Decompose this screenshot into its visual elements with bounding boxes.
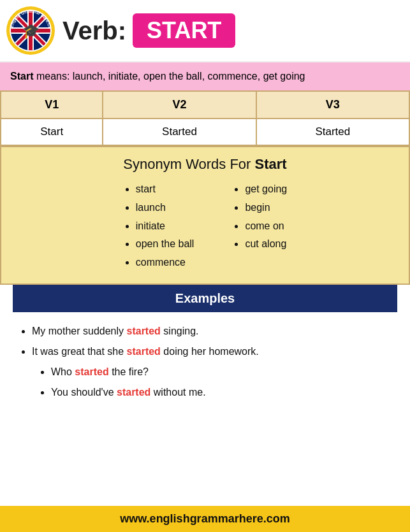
ex2-before: It was great that she (32, 346, 127, 357)
verb-v1: Start (1, 119, 103, 145)
logo: 🎓 English Grammar Here.Com (5, 5, 56, 56)
ex3-highlight: started (75, 366, 108, 377)
ex3-before: Who (51, 366, 75, 377)
synonym-col-1: start launch initiate open the ball comm… (123, 180, 194, 272)
list-item: commence (136, 254, 194, 272)
synonym-title-word: Start (255, 156, 287, 172)
header: 🎓 English Grammar Here.Com Verb: START (0, 0, 410, 62)
ex3-after: the fire? (109, 366, 149, 377)
synonym-col-2: get going begin come on cut along (232, 180, 287, 272)
list-item: initiate (136, 217, 194, 236)
list-item: start (136, 180, 194, 199)
example-1: My mother suddenly started singing. (32, 321, 391, 341)
ex1-before: My mother suddenly (32, 326, 127, 336)
footer-url: www.englishgrammarhere.com (120, 512, 289, 525)
ex1-after: singing. (161, 326, 199, 336)
synonym-title-prefix: Synonym Words For (123, 156, 254, 172)
list-item: begin (245, 199, 287, 217)
ex2-highlight: started (127, 346, 161, 357)
verb-v3: Started (256, 119, 409, 145)
col-header-v2: V2 (103, 91, 256, 119)
col-header-v3: V3 (256, 91, 409, 119)
example-4: You should've started without me. (51, 382, 391, 403)
list-item: cut along (245, 235, 287, 254)
verb-label: Verb: (62, 17, 126, 45)
synonym-columns: start launch initiate open the ball comm… (14, 180, 396, 272)
ex4-after: without me. (150, 387, 205, 398)
ex2-after: doing her homework. (161, 346, 259, 357)
list-item: open the ball (136, 235, 194, 254)
ex1-highlight: started (127, 326, 161, 336)
word-badge: START (133, 13, 235, 48)
svg-text:🎓: 🎓 (22, 22, 40, 40)
list-item: launch (136, 199, 194, 217)
examples-header: Examples (13, 285, 397, 312)
list-item: come on (245, 217, 287, 236)
col-header-v1: V1 (1, 91, 103, 119)
ex4-before: You should've (51, 387, 117, 398)
verb-v2: Started (103, 119, 256, 145)
meaning-text: means: launch, initiate, open the ball, … (33, 71, 305, 82)
example-3: Who started the fire? (51, 362, 391, 382)
meaning-section: Start means: launch, initiate, open the … (0, 62, 410, 90)
ex4-highlight: started (117, 387, 150, 398)
examples-section: My mother suddenly started singing. It w… (0, 312, 410, 412)
footer: www.englishgrammarhere.com (0, 506, 410, 532)
example-2: It was great that she started doing her … (32, 341, 391, 403)
synonym-section: Synonym Words For Start start launch ini… (0, 146, 410, 285)
meaning-prefix: Start (10, 71, 33, 82)
list-item: get going (245, 180, 287, 199)
verb-table: V1 V2 V3 Start Started Started (0, 90, 410, 146)
synonym-title: Synonym Words For Start (14, 156, 396, 173)
